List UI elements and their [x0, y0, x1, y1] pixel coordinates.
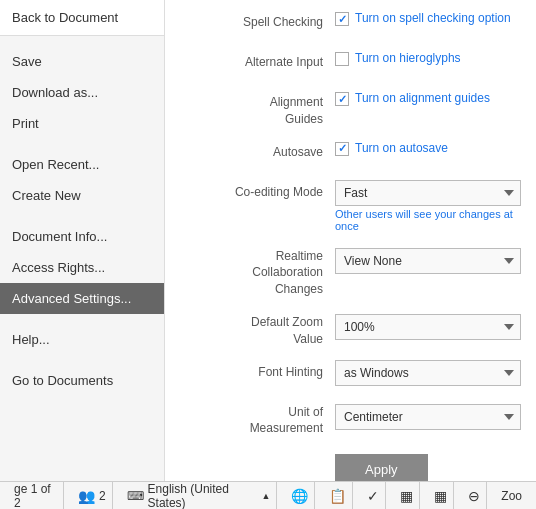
- alternate-input-row: Alternate Input Turn on hieroglyphs: [180, 50, 521, 78]
- font-hinting-label: Font Hinting: [180, 360, 335, 381]
- language-chevron-icon: ▲: [261, 491, 270, 501]
- coediting-mode-select[interactable]: Fast Strict: [335, 180, 521, 206]
- autosave-row: Autosave Turn on autosave: [180, 140, 521, 168]
- sidebar-item-help[interactable]: Help...: [0, 324, 164, 355]
- sidebar-item-advanced-settings[interactable]: Advanced Settings...: [0, 283, 164, 314]
- unit-measurement-control: Centimeter Inch Point: [335, 400, 521, 430]
- autosave-label: Autosave: [180, 140, 335, 161]
- language-text: English (United States): [148, 482, 258, 510]
- font-hinting-select[interactable]: as Windows Native Disabled: [335, 360, 521, 386]
- sidebar-item-download-as[interactable]: Download as...: [0, 77, 164, 108]
- language-icon: ⌨: [127, 489, 144, 503]
- autosave-link[interactable]: Turn on autosave: [355, 141, 448, 155]
- coediting-mode-hint: Other users will see your changes at onc…: [335, 208, 521, 232]
- globe-icon: 🌐: [291, 488, 308, 504]
- sidebar-item-access-rights[interactable]: Access Rights...: [0, 252, 164, 283]
- alignment-guides-control: Turn on alignment guides: [335, 90, 521, 106]
- track-changes-item[interactable]: 📋: [323, 482, 353, 509]
- sidebar: Back to Document Save Download as... Pri…: [0, 0, 165, 481]
- coediting-mode-label: Co-editing Mode: [180, 180, 335, 201]
- sidebar-item-open-recent[interactable]: Open Recent...: [0, 149, 164, 180]
- autosave-checkbox[interactable]: [335, 142, 349, 156]
- table-icon2: ▦: [434, 488, 447, 504]
- spell-checking-label: Spell Checking: [180, 10, 335, 31]
- alternate-input-label: Alternate Input: [180, 50, 335, 71]
- track-changes-icon: 📋: [329, 488, 346, 504]
- spell-checking-control: Turn on spell checking option: [335, 10, 521, 26]
- coediting-mode-row: Co-editing Mode Fast Strict Other users …: [180, 180, 521, 232]
- language-item[interactable]: ⌨ English (United States) ▲: [121, 482, 278, 509]
- default-zoom-row: Default ZoomValue 50% 75% 100% 125% 150%…: [180, 310, 521, 348]
- alternate-input-checkbox[interactable]: [335, 52, 349, 66]
- table-item1[interactable]: ▦: [394, 482, 420, 509]
- settings-content: Spell Checking Turn on spell checking op…: [165, 0, 536, 481]
- font-hinting-control: as Windows Native Disabled: [335, 360, 521, 386]
- users-count: 2: [99, 489, 106, 503]
- zoom-label-text: Zoo: [501, 489, 522, 503]
- sidebar-item-print[interactable]: Print: [0, 108, 164, 139]
- alternate-input-control: Turn on hieroglyphs: [335, 50, 521, 66]
- font-hinting-row: Font Hinting as Windows Native Disabled: [180, 360, 521, 388]
- zoom-out-item[interactable]: ⊖: [462, 482, 487, 509]
- globe-item[interactable]: 🌐: [285, 482, 315, 509]
- spellcheck-icon: ✓: [367, 488, 379, 504]
- default-zoom-control: 50% 75% 100% 125% 150% 200%: [335, 310, 521, 340]
- unit-measurement-label: Unit ofMeasurement: [180, 400, 335, 438]
- zoom-out-icon: ⊖: [468, 488, 480, 504]
- apply-row: Apply: [180, 449, 521, 481]
- apply-button[interactable]: Apply: [335, 454, 428, 481]
- alignment-guides-checkbox[interactable]: [335, 92, 349, 106]
- status-bar: ge 1 of 2 👥 2 ⌨ English (United States) …: [0, 481, 536, 509]
- spell-checking-link[interactable]: Turn on spell checking option: [355, 11, 511, 25]
- alignment-guides-row: AlignmentGuides Turn on alignment guides: [180, 90, 521, 128]
- sidebar-item-go-to-documents[interactable]: Go to Documents: [0, 365, 164, 396]
- realtime-collab-row: RealtimeCollaborationChanges View None V…: [180, 244, 521, 298]
- page-number-text: ge 1 of 2: [14, 482, 57, 510]
- realtime-collab-label: RealtimeCollaborationChanges: [180, 244, 335, 298]
- alignment-guides-link[interactable]: Turn on alignment guides: [355, 91, 490, 105]
- page-number: ge 1 of 2: [8, 482, 64, 509]
- realtime-collab-control: View None View All View Last: [335, 244, 521, 274]
- zoom-label-item: Zoo: [495, 482, 528, 509]
- alternate-input-link[interactable]: Turn on hieroglyphs: [355, 51, 461, 65]
- unit-measurement-row: Unit ofMeasurement Centimeter Inch Point: [180, 400, 521, 438]
- spellcheck-item[interactable]: ✓: [361, 482, 386, 509]
- alignment-guides-label: AlignmentGuides: [180, 90, 335, 128]
- users-count-item: 👥 2: [72, 482, 113, 509]
- unit-measurement-select[interactable]: Centimeter Inch Point: [335, 404, 521, 430]
- sidebar-item-document-info[interactable]: Document Info...: [0, 221, 164, 252]
- users-icon: 👥: [78, 488, 95, 504]
- coediting-mode-control: Fast Strict Other users will see your ch…: [335, 180, 521, 232]
- autosave-control: Turn on autosave: [335, 140, 521, 156]
- sidebar-item-save[interactable]: Save: [0, 46, 164, 77]
- default-zoom-select[interactable]: 50% 75% 100% 125% 150% 200%: [335, 314, 521, 340]
- spell-checking-row: Spell Checking Turn on spell checking op…: [180, 10, 521, 38]
- table-item2[interactable]: ▦: [428, 482, 454, 509]
- realtime-collab-select[interactable]: View None View All View Last: [335, 248, 521, 274]
- spell-checking-checkbox[interactable]: [335, 12, 349, 26]
- sidebar-item-back-to-document[interactable]: Back to Document: [0, 0, 164, 36]
- table-icon1: ▦: [400, 488, 413, 504]
- default-zoom-label: Default ZoomValue: [180, 310, 335, 348]
- sidebar-item-create-new[interactable]: Create New: [0, 180, 164, 211]
